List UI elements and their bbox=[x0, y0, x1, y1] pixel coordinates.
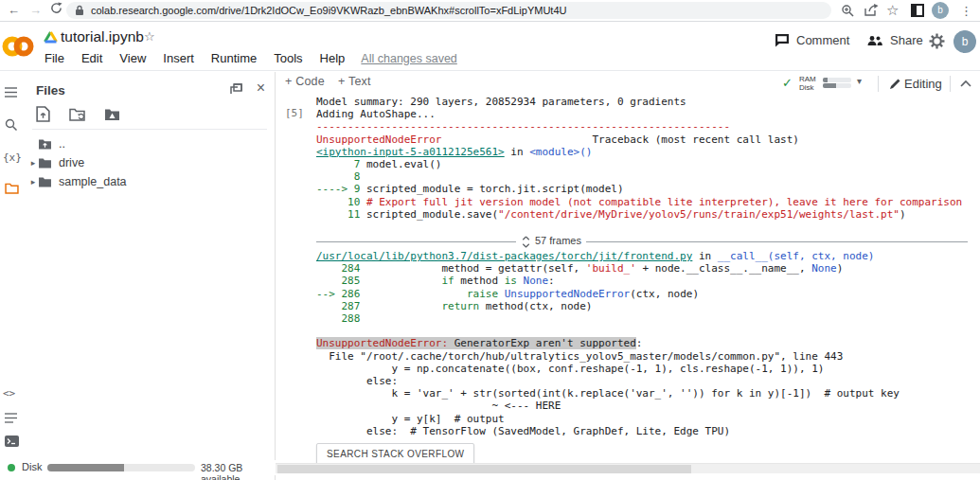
frames-count-label: 57 frames bbox=[532, 235, 586, 247]
traceback-line: 10 # Export full jit version model (not … bbox=[316, 196, 968, 208]
settings-gear-icon[interactable] bbox=[929, 33, 945, 49]
traceback-line: File "/root/.cache/torch/hub/ultralytics… bbox=[316, 350, 968, 363]
tree-item-drive[interactable]: ▸ drive bbox=[25, 153, 275, 172]
menu-view[interactable]: View bbox=[111, 51, 154, 65]
traceback-line: ~ <--- HERE bbox=[316, 400, 968, 412]
pencil-icon bbox=[889, 78, 901, 90]
tree-item-sample-data[interactable]: ▸ sample_data bbox=[25, 172, 275, 191]
traceback-line bbox=[316, 325, 968, 337]
traceback-line: 285 if method is None: bbox=[316, 275, 968, 287]
toc-menu-icon[interactable] bbox=[5, 87, 17, 98]
disk-usage-bar bbox=[823, 83, 851, 88]
terminal-icon[interactable] bbox=[5, 436, 19, 447]
code-snippets-icon[interactable]: <> bbox=[3, 387, 15, 400]
menu-bar: File Edit View Insert Runtime Tools Help… bbox=[36, 51, 457, 65]
files-tab-icon[interactable] bbox=[5, 183, 19, 194]
lock-icon bbox=[75, 5, 84, 16]
collapse-toolbar-icon[interactable] bbox=[960, 80, 971, 87]
forward-icon[interactable]: → bbox=[29, 1, 42, 20]
menu-runtime[interactable]: Runtime bbox=[203, 51, 265, 65]
add-code-button[interactable]: + Code bbox=[285, 75, 325, 88]
upload-file-icon[interactable] bbox=[36, 106, 50, 122]
toolbar-divider-2 bbox=[950, 76, 951, 92]
expand-caret-icon[interactable]: ▸ bbox=[25, 158, 38, 168]
close-panel-icon[interactable]: × bbox=[257, 80, 265, 97]
bookmark-star-icon[interactable]: ☆ bbox=[886, 1, 899, 20]
traceback-line: 287 return method(ctx, node) bbox=[316, 300, 968, 312]
traceback-line: ----> 9 scripted_module = torch.jit.scri… bbox=[316, 183, 968, 195]
resource-meters[interactable] bbox=[823, 77, 851, 89]
menu-insert[interactable]: Insert bbox=[154, 51, 203, 65]
panel-layout-icon[interactable] bbox=[230, 83, 242, 95]
disk-usage-footer: Disk 38.30 GB available bbox=[0, 460, 276, 475]
menu-tools[interactable]: Tools bbox=[265, 51, 311, 65]
disk-available-text: 38.30 GB available bbox=[201, 462, 276, 480]
editing-mode-button[interactable]: Editing bbox=[904, 77, 942, 91]
variables-icon[interactable]: {x} bbox=[3, 151, 22, 164]
command-palette-icon[interactable] bbox=[5, 413, 17, 423]
share-button[interactable]: Share bbox=[866, 33, 923, 47]
zoom-icon[interactable] bbox=[841, 4, 854, 17]
menu-help[interactable]: Help bbox=[312, 51, 354, 65]
browser-profile-avatar[interactable]: b bbox=[932, 2, 949, 19]
disk-footer-label: Disk bbox=[22, 461, 42, 472]
tree-item-parent-dir[interactable]: .. bbox=[25, 134, 275, 153]
traceback-line: y = np.concatenate((box, conf.reshape(-1… bbox=[316, 363, 968, 375]
traceback-line: UnsupportedNodeError: GeneratorExp aren'… bbox=[316, 337, 968, 349]
resources-dropdown-icon[interactable]: ▾ bbox=[857, 76, 862, 86]
menu-file[interactable]: File bbox=[36, 51, 73, 65]
star-notebook-icon[interactable]: ☆ bbox=[144, 29, 155, 44]
cell-execution-marker[interactable]: [5] bbox=[285, 107, 304, 119]
folder-icon bbox=[38, 157, 52, 169]
toolbar-divider bbox=[878, 76, 879, 92]
traceback-line: else: bbox=[316, 375, 968, 387]
side-panel-icon[interactable] bbox=[911, 4, 924, 17]
reload-icon[interactable] bbox=[50, 2, 62, 14]
expand-caret-icon[interactable]: ▸ bbox=[25, 177, 38, 187]
notebook-title[interactable]: tutorial.ipynb bbox=[61, 28, 144, 45]
search-icon[interactable] bbox=[5, 118, 17, 131]
ram-usage-bar bbox=[823, 78, 851, 82]
frames-expander[interactable]: 57 frames bbox=[316, 233, 968, 250]
traceback-line: <ipython-input-5-a0112125e561> in <modul… bbox=[316, 146, 968, 158]
horizontal-scrollbar-thumb[interactable] bbox=[277, 465, 691, 473]
menu-edit[interactable]: Edit bbox=[73, 51, 111, 65]
disk-usage-fill bbox=[823, 83, 836, 88]
mount-drive-icon[interactable] bbox=[104, 108, 120, 121]
horizontal-scrollbar[interactable] bbox=[276, 463, 980, 473]
refresh-folder-icon[interactable] bbox=[69, 108, 85, 121]
traceback-line: 288 bbox=[316, 312, 968, 325]
browser-toolbar: ← → colab.research.google.com/drive/1Drk… bbox=[0, 0, 980, 22]
back-icon[interactable]: ← bbox=[8, 1, 20, 20]
disk-status-dot bbox=[8, 464, 15, 471]
address-bar[interactable]: colab.research.google.com/drive/1Drk2IdO… bbox=[66, 2, 831, 19]
traceback-line: 8 bbox=[316, 170, 968, 183]
account-avatar[interactable]: b bbox=[953, 30, 976, 53]
traceback-link[interactable]: <ipython-input-5-a0112125e561> bbox=[316, 146, 505, 158]
panel-divider bbox=[32, 129, 267, 130]
url-text[interactable]: colab.research.google.com/drive/1Drk2IdO… bbox=[91, 2, 566, 19]
save-status-link[interactable]: All changes saved bbox=[361, 52, 456, 65]
traceback-line: 7 model.eval() bbox=[316, 158, 968, 170]
resource-labels: RAM Disk bbox=[799, 75, 816, 92]
traceback-link[interactable]: /usr/local/lib/python3.7/dist-packages/t… bbox=[316, 250, 692, 262]
traceback-line: 11 scripted_module.save("/content/drive/… bbox=[316, 208, 968, 221]
file-tree: .. ▸ drive ▸ sample_data bbox=[25, 134, 275, 191]
app-header: tutorial.ipynb ☆ File Edit View Insert R… bbox=[0, 22, 980, 71]
traceback-line: /usr/local/lib/python3.7/dist-packages/t… bbox=[316, 250, 968, 262]
traceback-lines: Model summary: 290 layers, 20852934 para… bbox=[316, 96, 968, 437]
ram-usage-fill bbox=[823, 78, 828, 82]
browser-menu-icon[interactable]: ⋮ bbox=[960, 2, 972, 21]
share-page-icon[interactable] bbox=[864, 4, 879, 17]
add-text-button[interactable]: + Text bbox=[338, 75, 371, 88]
comment-button[interactable]: Comment bbox=[775, 33, 849, 47]
colab-logo-icon bbox=[1, 29, 35, 63]
files-panel-title: Files bbox=[36, 83, 65, 98]
comment-icon bbox=[775, 33, 790, 47]
folder-icon bbox=[38, 176, 52, 187]
connected-check-icon: ✓ bbox=[782, 76, 793, 90]
tree-item-label: sample_data bbox=[59, 175, 127, 188]
search-stack-overflow-button[interactable]: SEARCH STACK OVERFLOW bbox=[316, 443, 474, 465]
traceback-line: UnsupportedNodeError Traceback (most rec… bbox=[316, 133, 968, 146]
traceback-line: ----------------------------------------… bbox=[316, 120, 968, 133]
